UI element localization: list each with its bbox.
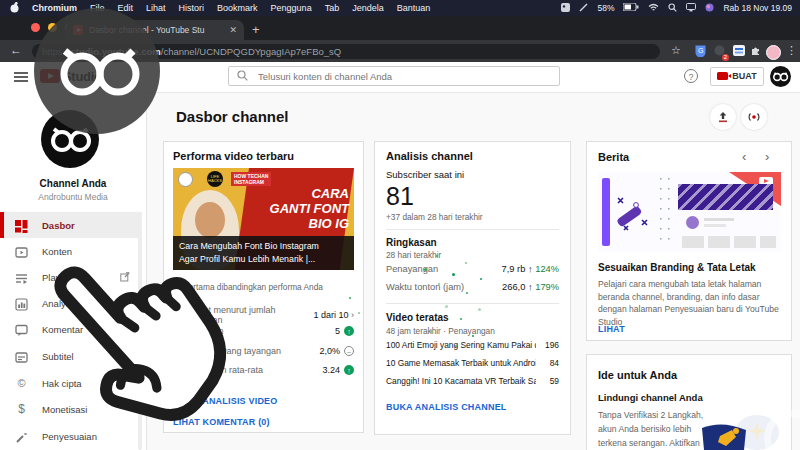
- screenshot-root: Chromium File Edit Lihat Histori Bookmar…: [0, 0, 800, 450]
- dashboard-icon: [15, 219, 28, 232]
- channel-subtitle: Androbuntu Media: [0, 192, 146, 202]
- summary-label: Waktu tonton (jam): [386, 282, 464, 292]
- menu-pengguna[interactable]: Pengguna: [271, 3, 312, 13]
- sidebar-item-label: Penyesuaian: [42, 431, 97, 442]
- ideas-line-1: Tanpa Verifikasi 2 Langkah,: [598, 410, 703, 420]
- open-channel-analytics-link[interactable]: BUKA ANALISIS CHANNEL: [386, 402, 507, 412]
- menu-bantuan[interactable]: Bantuan: [397, 3, 431, 13]
- customization-wand-icon: [15, 430, 28, 443]
- playlist-icon: [15, 271, 28, 284]
- monetization-icon: $: [15, 403, 28, 416]
- back-button[interactable]: ←: [10, 43, 22, 57]
- carousel-prev-icon[interactable]: ‹: [742, 149, 746, 164]
- apple-menu-icon[interactable]: [10, 2, 19, 15]
- summary-percent: 124%: [535, 264, 559, 274]
- extension-badge: 2: [722, 54, 729, 61]
- menu-tab[interactable]: Tab: [325, 3, 340, 13]
- trend-up-icon: ↑: [344, 365, 354, 375]
- latest-video-card-title: Performa video terbaru: [173, 150, 294, 162]
- divider: [386, 229, 559, 230]
- top-video-row[interactable]: 100 Arti Emoji yang Sering Kamu Pakai di…: [386, 340, 559, 350]
- thumbnail-text-1: CARA: [311, 186, 349, 201]
- search-icon: [237, 67, 248, 85]
- top-video-title: 10 Game Memasak Terbaik untuk Android | …: [386, 358, 536, 368]
- battery-percent: 58%: [597, 3, 614, 13]
- channel-name: Channel Anda: [0, 178, 146, 189]
- up-arrow-icon: ↑: [528, 282, 533, 292]
- help-icon[interactable]: ?: [684, 69, 698, 83]
- spotlight-icon[interactable]: [668, 3, 677, 14]
- summary-row-views: Penayangan 7,9 rb ↑ 124%: [386, 264, 559, 274]
- thumbnail-text-3: BIO IG: [309, 216, 349, 231]
- summary-value: 7,9 rb: [502, 264, 526, 274]
- menu-histori[interactable]: Histori: [179, 3, 205, 13]
- menubar-clock[interactable]: Rab 18 Nov 19.09: [723, 3, 792, 13]
- top-video-title: Canggih! Ini 10 Kacamata VR Terbaik Saat…: [386, 376, 536, 386]
- menu-jendela[interactable]: Jendela: [352, 3, 384, 13]
- create-camera-icon: [717, 72, 728, 80]
- ideas-shield-illustration: [696, 424, 754, 450]
- stat-value: 5: [335, 326, 340, 336]
- subtitles-icon: [15, 350, 28, 363]
- display-icon[interactable]: [686, 3, 696, 14]
- summary-row-watchtime: Waktu tonton (jam) 266,0 ↑ 179%: [386, 282, 559, 292]
- url-path: /channel/UCNDPQGDYpgagIAp7eFBo_sQ: [161, 46, 341, 57]
- upload-video-button[interactable]: [710, 104, 736, 130]
- top-video-views: 196: [545, 340, 559, 350]
- divider: [386, 303, 559, 304]
- stat-value: 3.24: [322, 365, 340, 375]
- app-status-icon[interactable]: [561, 3, 570, 14]
- summary-label: Penayangan: [386, 264, 438, 274]
- wifi-icon[interactable]: [648, 3, 659, 14]
- up-arrow-icon: ↑: [528, 264, 533, 274]
- bookmark-star-icon[interactable]: ☆: [671, 44, 681, 57]
- thumbnail-logo-icon: [178, 172, 193, 187]
- news-illustration: [598, 172, 781, 252]
- summary-period: 28 hari terakhir: [386, 250, 441, 260]
- chevron-right-icon: ›: [351, 310, 354, 320]
- subscribers-label: Subscriber saat ini: [386, 169, 464, 180]
- studio-search-box[interactable]: [228, 66, 560, 86]
- top-video-views: 59: [550, 376, 559, 386]
- thumbnail-text-2: GANTI FONT: [270, 201, 349, 216]
- browser-profile-avatar[interactable]: [766, 45, 781, 60]
- extension-speedtest-icon[interactable]: [733, 45, 745, 58]
- account-avatar[interactable]: [770, 66, 791, 87]
- sidebar-item-label: Dasbor: [42, 220, 75, 231]
- copyright-icon: ©: [15, 377, 28, 390]
- active-item-indicator: [0, 212, 4, 238]
- thumbnail-life-hacks-badge: LIFE HACKS: [207, 171, 223, 187]
- browser-menu-dots-icon[interactable]: ⋮: [786, 44, 797, 57]
- summary-title: Ringkasan: [386, 237, 437, 248]
- sidebar-item-label: Konten: [42, 246, 72, 257]
- news-view-link[interactable]: LIHAT: [598, 324, 625, 334]
- go-live-button[interactable]: [741, 104, 767, 130]
- siri-icon[interactable]: [705, 3, 714, 14]
- muted-icon[interactable]: [579, 3, 588, 14]
- ideas-line-2: akun Anda berisiko lebih: [598, 424, 691, 434]
- trend-flat-icon: –: [344, 346, 354, 356]
- extension-notifier-icon[interactable]: 2: [714, 45, 725, 58]
- carousel-next-icon[interactable]: ›: [765, 149, 769, 164]
- top-video-row[interactable]: Canggih! Ini 10 Kacamata VR Terbaik Saat…: [386, 376, 559, 386]
- watermark-logo-overlay: [34, 8, 160, 134]
- battery-icon[interactable]: [623, 3, 639, 13]
- summary-percent: 179%: [535, 282, 559, 292]
- search-input[interactable]: [256, 70, 551, 83]
- top-videos-title: Video teratas: [386, 312, 449, 323]
- extensions-puzzle-icon[interactable]: [750, 45, 761, 58]
- top-video-views: 84: [550, 358, 559, 368]
- news-body: Pelajari cara mengubah tata letak halama…: [598, 278, 780, 328]
- new-tab-button[interactable]: +: [252, 22, 260, 37]
- subscriber-delta: +37 dalam 28 hari terakhir: [386, 212, 483, 222]
- thumbnail-ribbon: HOW TECHANINSTAGRAM: [231, 172, 271, 186]
- create-button-label: BUAT: [732, 71, 756, 81]
- hamburger-menu-icon[interactable]: [14, 72, 28, 82]
- stat-value: 1 dari 10 ›: [313, 310, 354, 320]
- create-button[interactable]: BUAT: [710, 67, 764, 86]
- extension-grammarly-icon[interactable]: G: [695, 45, 706, 59]
- top-video-row[interactable]: 10 Game Memasak Terbaik untuk Android | …: [386, 358, 559, 368]
- menu-bookmark[interactable]: Bookmark: [217, 3, 258, 13]
- tab-close-icon[interactable]: ✕: [229, 25, 237, 35]
- svg-text:G: G: [698, 47, 703, 54]
